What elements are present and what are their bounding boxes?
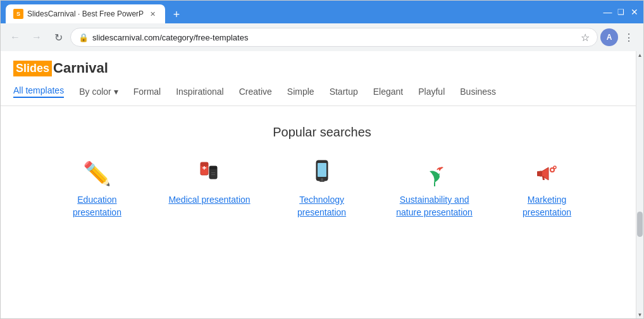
forward-button[interactable]: → [27, 28, 46, 47]
site-logo[interactable]: Slides Carnival [13, 60, 108, 76]
search-item-technology[interactable]: Technology presentation [281, 160, 363, 219]
logo-carnival: Carnival [53, 60, 108, 76]
page-content: Slides Carnival All templates By color ▾… [1, 51, 643, 318]
search-item-marketing[interactable]: Marketing presentation [506, 160, 588, 219]
back-button[interactable]: ← [6, 28, 25, 47]
scrollbar-down-arrow[interactable]: ▼ [636, 311, 643, 318]
active-tab[interactable]: S SlidesCarnival · Best Free PowerP ✕ [6, 4, 165, 23]
maximize-button[interactable]: ❑ [617, 8, 625, 16]
search-items-grid: ✏️ Education presentation [56, 160, 588, 219]
nav-simple[interactable]: Simple [287, 87, 314, 97]
svg-rect-5 [209, 166, 217, 169]
technology-label: Technology presentation [281, 194, 363, 219]
minimize-button[interactable]: — [604, 8, 612, 16]
nav-business[interactable]: Business [460, 87, 496, 97]
close-window-button[interactable]: ✕ [630, 8, 638, 16]
marketing-icon [535, 160, 560, 188]
category-nav: All templates By color ▾ Formal Inspirat… [13, 81, 631, 100]
refresh-button[interactable]: ↻ [49, 28, 68, 47]
education-label: Education presentation [56, 194, 138, 219]
sustainability-icon [422, 160, 447, 188]
nav-by-color[interactable]: By color ▾ [79, 87, 118, 97]
tab-close-button[interactable]: ✕ [147, 9, 158, 19]
technology-icon [313, 160, 331, 188]
bookmark-icon[interactable]: ☆ [581, 32, 590, 44]
lock-icon: 🔒 [78, 33, 89, 42]
popular-searches-title: Popular searches [273, 125, 371, 140]
svg-rect-9 [318, 163, 326, 177]
logo-slides: Slides [13, 61, 52, 76]
medical-icon [198, 160, 221, 188]
nav-inspirational[interactable]: Inspirational [176, 87, 224, 97]
svg-point-15 [554, 166, 556, 169]
address-text: slidescarnival.com/category/free-templat… [92, 33, 577, 42]
nav-playful[interactable]: Playful [418, 87, 445, 97]
svg-rect-13 [537, 171, 542, 176]
nav-creative[interactable]: Creative [239, 87, 272, 97]
tab-favicon: S [13, 9, 23, 19]
medical-label: Medical presentation [168, 194, 250, 207]
browser-frame: S SlidesCarnival · Best Free PowerP ✕ + … [0, 0, 644, 319]
nav-all-templates[interactable]: All templates [13, 85, 64, 98]
title-bar: S SlidesCarnival · Best Free PowerP ✕ + … [1, 1, 643, 23]
sustainability-label: Sustainability and nature presentation [393, 194, 476, 219]
svg-rect-6 [211, 172, 215, 173]
nav-bar: ← → ↻ 🔒 slidescarnival.com/category/free… [1, 23, 643, 51]
svg-rect-11 [319, 181, 325, 182]
main-content: Popular searches ✏️ Education presentati… [1, 106, 643, 318]
svg-point-10 [321, 178, 323, 181]
nav-formal[interactable]: Formal [133, 87, 161, 97]
scrollbar[interactable]: ▲ ▼ [636, 51, 643, 318]
nav-right: A ⋮ [600, 28, 638, 47]
marketing-label: Marketing presentation [506, 194, 588, 219]
nav-startup[interactable]: Startup [330, 87, 358, 97]
scrollbar-thumb[interactable] [637, 212, 643, 237]
nav-elegant[interactable]: Elegant [373, 87, 403, 97]
tab-bar: S SlidesCarnival · Best Free PowerP ✕ + [6, 1, 185, 23]
scrollbar-up-arrow[interactable]: ▲ [636, 51, 643, 59]
svg-rect-3 [204, 166, 205, 170]
search-item-sustainability[interactable]: Sustainability and nature presentation [393, 160, 476, 219]
window-controls: — ❑ ✕ [604, 8, 638, 16]
new-tab-button[interactable]: + [168, 6, 185, 23]
address-bar[interactable]: 🔒 slidescarnival.com/category/free-templ… [70, 28, 598, 47]
svg-rect-7 [211, 174, 215, 175]
svg-rect-1 [201, 162, 208, 166]
logo-row: Slides Carnival [13, 56, 631, 81]
search-item-medical[interactable]: Medical presentation [168, 160, 250, 207]
search-item-education[interactable]: ✏️ Education presentation [56, 160, 138, 219]
education-icon: ✏️ [83, 160, 111, 188]
menu-button[interactable]: ⋮ [619, 28, 638, 47]
tab-title: SlidesCarnival · Best Free PowerP [27, 9, 144, 18]
avatar[interactable]: A [600, 28, 618, 46]
site-header: Slides Carnival All templates By color ▾… [1, 51, 643, 106]
